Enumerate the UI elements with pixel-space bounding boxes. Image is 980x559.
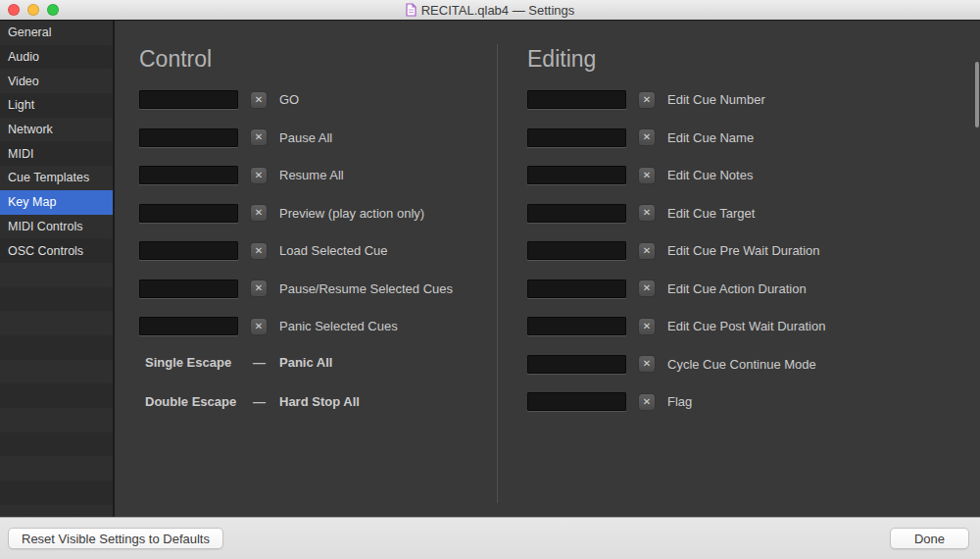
sidebar-item-label: Video (8, 75, 39, 88)
x-icon: ✕ (643, 359, 651, 369)
x-icon: ✕ (255, 132, 263, 142)
key-map-row-label: Load Selected Cue (279, 243, 388, 258)
key-capture-field[interactable] (527, 317, 626, 335)
clear-key-button[interactable]: ✕ (638, 355, 656, 373)
title-bar: RECITAL.qlab4 — Settings (0, 0, 980, 21)
sidebar-item-general[interactable]: General (0, 21, 113, 45)
key-capture-field[interactable] (527, 280, 626, 298)
key-map-row: ✕ GO (139, 90, 453, 109)
key-capture-field[interactable] (139, 166, 238, 184)
sidebar-item-midi[interactable]: MIDI (0, 141, 113, 166)
clear-key-button[interactable]: ✕ (250, 167, 268, 184)
settings-body: General Audio Video Light Network MIDI C… (0, 21, 980, 517)
footer-bar: Reset Visible Settings to Defaults Done (0, 517, 980, 559)
sidebar-empty-row (0, 263, 113, 287)
clear-key-button[interactable]: ✕ (638, 393, 656, 411)
sidebar-empty-row (0, 360, 113, 384)
sidebar-item-label: Audio (8, 50, 39, 64)
key-map-row: ✕ Resume All (139, 166, 453, 184)
sidebar-item-label: MIDI (8, 147, 33, 161)
key-map-row-label: Edit Cue Pre Wait Duration (667, 243, 820, 258)
done-button[interactable]: Done (890, 528, 969, 549)
escape-key-label: Single Escape (139, 355, 253, 370)
key-map-row-label: Pause All (279, 130, 332, 145)
x-icon: ✕ (255, 171, 263, 180)
key-capture-field[interactable] (527, 166, 626, 184)
key-map-pane: Control ✕ GO ✕ Pause All ✕ Resume All ✕ … (115, 21, 980, 517)
zoom-button[interactable] (47, 4, 59, 16)
key-map-row: ✕ Edit Cue Pre Wait Duration (527, 241, 825, 260)
key-map-row: ✕ Panic Selected Cues (139, 317, 453, 335)
editing-section-title: Editing (527, 45, 825, 73)
sidebar-empty-row (0, 383, 113, 408)
key-capture-field[interactable] (139, 90, 238, 109)
traffic-lights (8, 0, 59, 20)
sidebar-item-audio[interactable]: Audio (0, 45, 113, 70)
clear-key-button[interactable]: ✕ (250, 91, 268, 109)
sidebar-empty-row (0, 456, 113, 481)
key-capture-field[interactable] (527, 241, 626, 260)
key-capture-field[interactable] (139, 241, 238, 260)
key-capture-field[interactable] (527, 355, 626, 374)
control-section: Control ✕ GO ✕ Pause All ✕ Resume All ✕ … (139, 21, 453, 433)
clear-key-button[interactable]: ✕ (638, 204, 656, 222)
sidebar-item-midi-controls[interactable]: MIDI Controls (0, 215, 113, 239)
scrollbar-thumb[interactable] (975, 62, 979, 127)
key-capture-field[interactable] (527, 392, 626, 411)
sidebar-item-label: Light (8, 98, 34, 112)
minimize-button[interactable] (27, 4, 39, 16)
sidebar-item-video[interactable]: Video (0, 69, 113, 93)
clear-key-button[interactable]: ✕ (638, 318, 656, 335)
x-icon: ✕ (255, 95, 263, 105)
sidebar-empty-row (0, 311, 113, 335)
sidebar-item-label: Cue Templates (8, 171, 89, 184)
sidebar-item-key-map[interactable]: Key Map (0, 190, 113, 215)
column-divider (497, 44, 498, 503)
settings-window: RECITAL.qlab4 — Settings General Audio V… (0, 0, 980, 559)
sidebar-item-light[interactable]: Light (0, 93, 113, 118)
clear-key-button[interactable]: ✕ (638, 280, 656, 297)
key-map-row-label: Edit Cue Name (667, 130, 754, 145)
key-capture-field[interactable] (139, 128, 238, 147)
key-map-row: ✕ Edit Cue Post Wait Duration (527, 317, 825, 335)
reset-defaults-button[interactable]: Reset Visible Settings to Defaults (8, 528, 223, 549)
key-map-row: ✕ Edit Cue Action Duration (527, 280, 825, 298)
sidebar-item-osc-controls[interactable]: OSC Controls (0, 238, 113, 263)
key-capture-field[interactable] (527, 128, 626, 147)
key-map-row-label: Cycle Cue Continue Mode (667, 357, 816, 372)
key-map-row-label: Edit Cue Number (667, 92, 765, 107)
clear-key-button[interactable]: ✕ (250, 242, 268, 260)
sidebar-empty-row (0, 408, 113, 432)
clear-key-button[interactable]: ✕ (250, 204, 268, 222)
sidebar-item-label: Network (8, 123, 53, 136)
key-map-row-label: Flag (667, 394, 692, 409)
key-capture-field[interactable] (527, 90, 626, 109)
clear-key-button[interactable]: ✕ (250, 128, 268, 146)
editing-rows: ✕ Edit Cue Number ✕ Edit Cue Name ✕ Edit… (527, 90, 825, 411)
sidebar-item-network[interactable]: Network (0, 118, 113, 142)
clear-key-button[interactable]: ✕ (638, 242, 656, 260)
key-map-row-label: GO (279, 92, 299, 107)
sidebar-item-cue-templates[interactable]: Cue Templates (0, 166, 113, 190)
sidebar-item-label: General (8, 25, 51, 39)
clear-key-button[interactable]: ✕ (250, 318, 268, 335)
escape-mapping-row: Double Escape — Hard Stop All (139, 394, 453, 410)
key-capture-field[interactable] (527, 204, 626, 223)
key-capture-field[interactable] (139, 204, 238, 223)
key-map-row: ✕ Pause All (139, 128, 453, 147)
sidebar-empty-row (0, 481, 113, 505)
close-button[interactable] (8, 4, 20, 16)
clear-key-button[interactable]: ✕ (638, 167, 656, 184)
key-map-row: ✕ Edit Cue Number (527, 90, 825, 109)
escape-rows: Single Escape — Panic All Double Escape … (139, 355, 453, 410)
clear-key-button[interactable]: ✕ (250, 280, 268, 297)
sidebar-empty-row (0, 335, 113, 360)
clear-key-button[interactable]: ✕ (638, 91, 656, 109)
key-capture-field[interactable] (139, 280, 238, 298)
key-capture-field[interactable] (139, 317, 238, 335)
clear-key-button[interactable]: ✕ (638, 128, 656, 146)
sidebar-item-label: Key Map (8, 195, 56, 209)
key-map-row: ✕ Edit Cue Name (527, 128, 825, 147)
x-icon: ✕ (643, 283, 651, 293)
sidebar-empty-row (0, 287, 113, 312)
